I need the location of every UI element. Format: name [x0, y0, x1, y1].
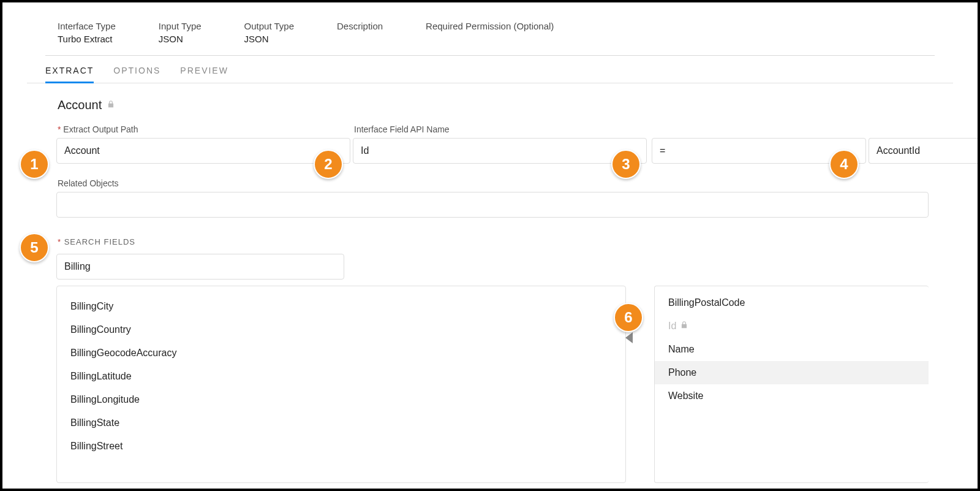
meta-value: JSON [159, 34, 202, 44]
section-title-text: Account [58, 98, 102, 112]
selected-fields-list[interactable]: BillingPostalCodeIdNamePhoneWebsite [654, 286, 929, 483]
section-title: Account [27, 83, 953, 116]
related-objects-label: Related Objects [56, 175, 929, 192]
selected-field-item[interactable]: Name [655, 338, 929, 361]
callout-6: 6 [614, 303, 643, 332]
interface-field-api-name-label: Interface Field API Name [353, 121, 647, 138]
meta-label: Input Type [159, 21, 202, 31]
meta-label: Interface Type [58, 21, 116, 31]
meta-interface-type: Interface Type Turbo Extract [58, 21, 116, 44]
lock-icon [680, 321, 688, 332]
meta-input-type: Input Type JSON [159, 21, 202, 44]
callout-1: 1 [20, 150, 49, 179]
callout-5: 5 [20, 233, 49, 262]
tab-bar: EXTRACT OPTIONS PREVIEW [27, 56, 953, 83]
available-field-item[interactable]: BillingCountry [57, 318, 625, 341]
available-field-item[interactable]: BillingState [57, 411, 625, 435]
extract-output-path-label: Extract Output Path [56, 121, 350, 138]
compare-value-input[interactable] [869, 138, 980, 164]
available-field-item[interactable]: BillingLongitude [57, 388, 625, 411]
callout-3: 3 [611, 150, 641, 179]
tab-preview[interactable]: PREVIEW [180, 61, 228, 83]
selected-field-item[interactable]: Phone [655, 361, 929, 384]
related-objects-input[interactable] [56, 192, 929, 218]
available-field-item[interactable]: BillingLatitude [57, 365, 625, 388]
arrow-left-icon[interactable] [625, 332, 633, 343]
meta-label: Output Type [244, 21, 294, 31]
meta-value: Turbo Extract [58, 34, 116, 44]
meta-required-permission: Required Permission (Optional) [426, 21, 554, 44]
interface-field-api-name-input[interactable] [353, 138, 647, 164]
meta-description: Description [337, 21, 383, 44]
callout-4: 4 [829, 150, 859, 179]
available-field-item[interactable]: BillingCity [57, 295, 625, 318]
lock-icon [107, 100, 115, 110]
available-fields-list[interactable]: BillingCityBillingCountryBillingGeocodeA… [56, 286, 626, 483]
filter-row: Extract Output Path Interface Field API … [56, 121, 929, 164]
search-fields-input[interactable] [56, 254, 344, 280]
meta-value: JSON [244, 34, 294, 44]
available-field-item[interactable]: BillingGeocodeAccuracy [57, 341, 625, 365]
search-fields-label: SEARCH FIELDS [56, 234, 929, 250]
meta-label: Required Permission (Optional) [426, 21, 554, 31]
callout-2: 2 [314, 150, 343, 179]
meta-output-type: Output Type JSON [244, 21, 294, 44]
selected-field-item[interactable]: Website [655, 384, 929, 408]
extract-output-path-input[interactable] [56, 138, 350, 164]
selected-field-item: Id [655, 314, 929, 338]
dual-listbox: BillingCityBillingCountryBillingGeocodeA… [56, 286, 929, 483]
selected-field-item[interactable]: BillingPostalCode [655, 291, 929, 314]
tab-extract[interactable]: EXTRACT [45, 61, 94, 83]
header-meta-row: Interface Type Turbo Extract Input Type … [27, 21, 953, 55]
meta-label: Description [337, 21, 383, 31]
available-field-item[interactable]: BillingStreet [57, 435, 625, 458]
tab-options[interactable]: OPTIONS [113, 61, 160, 83]
